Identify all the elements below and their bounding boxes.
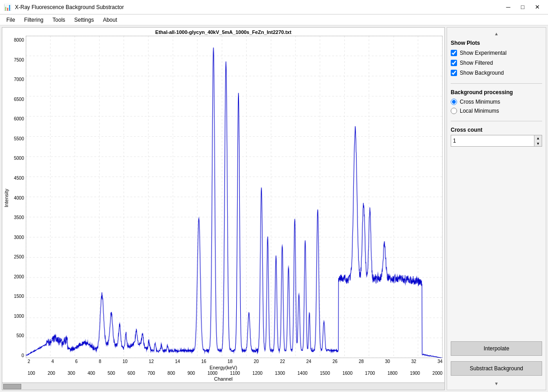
cross-minimums-radio[interactable] (451, 99, 457, 105)
window-title: X-Ray Fluorescence Background Substracto… (15, 4, 124, 10)
window-controls: ─ □ ✕ (501, 2, 544, 13)
background-processing-label: Background processing (451, 89, 542, 96)
show-experimental-label[interactable]: Show Experimental (460, 50, 506, 56)
divider-1 (451, 83, 542, 84)
show-experimental-row: Show Experimental (451, 48, 542, 58)
menu-file[interactable]: File (2, 16, 19, 24)
spinbox-up-button[interactable]: ▲ (534, 135, 542, 141)
local-minimums-row: Local Minimums (451, 106, 542, 115)
show-background-row: Show Background (451, 68, 542, 78)
chart-title: Ethal-all-1000-glycyn_40kV_5mA_1000s_FeZ… (2, 28, 444, 36)
show-filtered-checkbox[interactable] (451, 60, 457, 66)
app-icon: 📊 (4, 4, 11, 11)
show-filtered-label[interactable]: Show Filtered (460, 60, 493, 66)
x-axis-energy-ticks: 246810121416182022242628303234 (28, 358, 443, 364)
right-panel: ▲ Show Plots Show Experimental Show Filt… (447, 27, 546, 390)
show-plots-section: Show Plots Show Experimental Show Filter… (451, 40, 542, 78)
title-bar: 📊 X-Ray Fluorescence Background Substrac… (0, 0, 548, 14)
show-plots-label: Show Plots (451, 40, 542, 46)
spinbox-down-button[interactable]: ▼ (534, 141, 542, 146)
cross-minimums-label[interactable]: Cross Minimums (460, 99, 500, 105)
close-button[interactable]: ✕ (530, 2, 544, 13)
menu-bar: File Filtering Tools Settings About (0, 14, 548, 25)
menu-tools[interactable]: Tools (48, 16, 70, 24)
interpolate-button[interactable]: Interpolate (451, 341, 542, 356)
scrollbar-thumb[interactable] (3, 384, 21, 389)
background-processing-section: Background processing Cross Minimums Loc… (451, 89, 542, 115)
cross-count-spinbox: 1 ▲ ▼ (451, 135, 542, 147)
menu-about[interactable]: About (98, 16, 121, 24)
minimize-button[interactable]: ─ (501, 2, 515, 13)
chart-area: Ethal-all-1000-glycyn_40kV_5mA_1000s_FeZ… (2, 27, 445, 390)
divider-2 (451, 121, 542, 121)
spinbox-buttons: ▲ ▼ (534, 135, 542, 146)
menu-settings[interactable]: Settings (70, 16, 98, 24)
scroll-up-button[interactable]: ▲ (451, 31, 542, 36)
x-axis-label-energy: Energy(keV) (2, 364, 444, 370)
horizontal-scrollbar[interactable] (2, 382, 444, 390)
show-filtered-row: Show Filtered (451, 58, 542, 68)
cross-count-section: Cross count 1 ▲ ▼ (451, 127, 542, 147)
main-layout: Ethal-all-1000-glycyn_40kV_5mA_1000s_FeZ… (0, 25, 548, 392)
x-axis-label-channel: Channel (2, 376, 444, 382)
x-axis-channel-ticks: 1002003004005006007008009001000110012001… (28, 370, 443, 376)
cross-count-label: Cross count (451, 127, 542, 133)
y-axis-label: Intensity (4, 189, 9, 207)
cross-minimums-row: Cross Minimums (451, 97, 542, 106)
cross-count-input[interactable]: 1 (451, 137, 534, 145)
local-minimums-radio[interactable] (451, 108, 457, 114)
maximize-button[interactable]: □ (515, 2, 530, 13)
scroll-down-button[interactable]: ▼ (451, 381, 542, 386)
show-experimental-checkbox[interactable] (451, 50, 457, 56)
show-background-checkbox[interactable] (451, 70, 457, 76)
spectrum-chart (26, 36, 443, 358)
menu-filtering[interactable]: Filtering (19, 16, 48, 24)
show-background-label[interactable]: Show Background (460, 70, 504, 76)
local-minimums-label[interactable]: Local Minimums (460, 108, 499, 114)
substract-background-button[interactable]: Substract Background (451, 361, 542, 376)
